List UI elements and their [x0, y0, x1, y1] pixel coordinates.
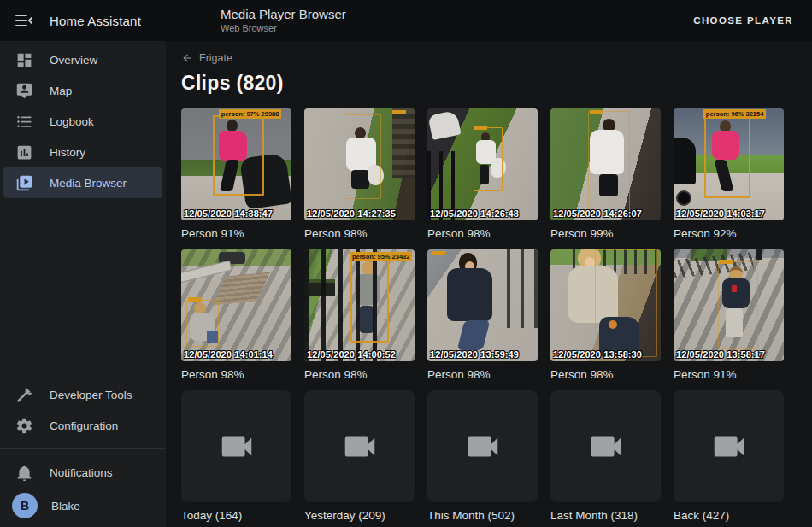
sidebar-item-history[interactable]: History [3, 137, 162, 167]
clip-thumbnail: person: 96% 32154 12/05/2020 14:03:17 [674, 108, 784, 220]
detection-bounding-box [350, 260, 389, 343]
detection-box-label [590, 110, 603, 114]
folder-thumbnail [181, 390, 291, 502]
folder-tile-back[interactable]: Back (427) [674, 390, 784, 524]
clips-grid: person: 97% 29988 12/05/2020 14:38:47 Pe… [181, 108, 797, 524]
sidebar-header: Home Assistant [0, 9, 166, 32]
clip-timestamp: 12/05/2020 14:00:52 [307, 349, 396, 360]
clip-label: Person 98% [427, 366, 538, 384]
back-to-frigate-button[interactable]: Frigate [181, 52, 232, 64]
clip-timestamp: 12/05/2020 14:38:47 [184, 208, 273, 219]
hammer-icon [15, 386, 33, 404]
clip-tile[interactable]: person: 95% 23432 12/05/2020 14:00:52 Pe… [304, 249, 415, 384]
clip-label: Person 98% [427, 225, 538, 243]
sidebar: Overview Map Logbook History Media Brows… [0, 41, 166, 527]
folder-label: Today (164) [181, 507, 291, 524]
clip-timestamp: 12/05/2020 13:59:49 [430, 349, 519, 360]
folder-label: Yesterday (209) [304, 507, 415, 524]
clips-title: Clips (820) [181, 72, 797, 95]
sidebar-item-logbook[interactable]: Logbook [3, 106, 162, 137]
clip-thumbnail: 12/05/2020 13:58:30 [550, 249, 661, 361]
media-browser-content: Frigate Clips (820) person: 97% 29988 12… [166, 41, 812, 527]
detection-box-label [188, 297, 202, 302]
sidebar-divider [0, 448, 166, 449]
detection-box-label [432, 251, 445, 255]
detection-bounding-box [474, 127, 503, 191]
detection-box-label [474, 126, 487, 130]
sidebar-item-label: Developer Tools [50, 389, 132, 401]
choose-player-button[interactable]: CHOOSE PLAYER [688, 9, 798, 32]
clip-label: Person 98% [550, 366, 661, 384]
clip-thumbnail: 12/05/2020 13:59:49 [427, 249, 538, 361]
folder-label: Back (427) [674, 507, 784, 524]
clip-label: Person 98% [304, 225, 415, 243]
clip-tile[interactable]: 12/05/2020 14:26:48 Person 98% [427, 108, 538, 243]
app-title: Home Assistant [50, 14, 141, 28]
clip-tile[interactable]: person: 97% 29988 12/05/2020 14:38:47 Pe… [181, 108, 291, 243]
clip-label: Person 98% [181, 366, 291, 384]
clip-tile[interactable]: 12/05/2020 14:01:14 Person 98% [181, 249, 291, 384]
sidebar-item-configuration[interactable]: Configuration [3, 410, 162, 441]
sidebar-item-label: Overview [50, 54, 97, 67]
scene-car [427, 110, 461, 140]
sidebar-item-notifications[interactable]: Notifications [3, 457, 162, 488]
sidebar-item-label: Media Browser [50, 177, 127, 190]
folder-label: Last Month (318) [550, 507, 661, 524]
clip-tile[interactable]: 12/05/2020 13:59:49 Person 98% [427, 249, 538, 384]
scene-person-torso [447, 268, 492, 321]
video-camera-icon [586, 427, 626, 466]
detection-bounding-box [213, 115, 263, 196]
scene-stroller-wheel [676, 190, 691, 206]
folder-thumbnail [304, 390, 415, 502]
clip-timestamp: 12/05/2020 14:01:14 [184, 349, 273, 360]
sidebar-item-media-browser[interactable]: Media Browser [3, 167, 162, 198]
detection-bounding-box [704, 117, 750, 197]
detection-box-label: person: 97% 29988 [219, 109, 282, 119]
clip-tile[interactable]: 12/05/2020 13:58:17 Person 91% [674, 249, 784, 384]
folder-tile-this-month[interactable]: This Month (502) [427, 390, 538, 524]
detection-bounding-box [588, 111, 630, 216]
play-box-multiple-icon [15, 174, 33, 192]
clip-tile[interactable]: person: 96% 32154 12/05/2020 14:03:17 Pe… [674, 108, 784, 243]
chart-box-icon [15, 143, 33, 161]
sidebar-item-label: Configuration [50, 419, 118, 432]
gear-icon [15, 417, 33, 435]
video-camera-icon [463, 427, 503, 466]
scene-person-legs [456, 320, 489, 350]
sidebar-item-overview[interactable]: Overview [3, 44, 162, 75]
folder-tile-yesterday[interactable]: Yesterday (209) [304, 390, 415, 524]
bell-icon [15, 464, 33, 482]
clip-tile[interactable]: 12/05/2020 13:58:30 Person 98% [550, 249, 661, 384]
arrow-left-icon [181, 52, 193, 64]
detection-bounding-box [186, 300, 218, 347]
clip-thumbnail: 12/05/2020 14:01:14 [181, 249, 291, 361]
folder-tile-last-month[interactable]: Last Month (318) [550, 390, 661, 524]
folder-tile-today[interactable]: Today (164) [181, 390, 291, 524]
clip-thumbnail: 12/05/2020 13:58:17 [674, 249, 784, 361]
detection-box-label: person: 95% 23432 [350, 252, 413, 261]
clip-label: Person 92% [674, 225, 784, 243]
scene-porch-railing [392, 108, 415, 178]
detection-box-label: person: 96% 32154 [703, 109, 767, 119]
clip-timestamp: 12/05/2020 13:58:30 [553, 349, 642, 360]
list-bulleted-icon [15, 113, 33, 131]
back-label: Frigate [199, 52, 232, 64]
scene-stroller [674, 138, 696, 184]
clip-tile[interactable]: 12/05/2020 14:26:07 Person 99% [550, 108, 661, 243]
sidebar-item-user-profile[interactable]: B Blake [3, 488, 162, 524]
sidebar-item-label: History [50, 146, 85, 159]
clip-timestamp: 12/05/2020 14:26:07 [553, 208, 642, 219]
clip-thumbnail: 12/05/2020 14:27:35 [304, 108, 415, 220]
clip-tile[interactable]: 12/05/2020 14:27:35 Person 98% [304, 108, 415, 243]
detection-box-label [392, 110, 406, 114]
clip-label: Person 91% [181, 225, 291, 243]
sidebar-toggle-icon[interactable] [13, 9, 35, 32]
sidebar-item-label: Map [50, 85, 72, 97]
clip-label: Person 99% [550, 225, 661, 243]
sidebar-item-map[interactable]: Map [3, 75, 162, 106]
view-dashboard-icon [15, 51, 33, 69]
clip-label: Person 98% [304, 366, 415, 384]
sidebar-item-developer-tools[interactable]: Developer Tools [3, 379, 162, 410]
clip-thumbnail: person: 95% 23432 12/05/2020 14:00:52 [304, 249, 415, 361]
page-title: Media Player Browser [221, 7, 688, 21]
